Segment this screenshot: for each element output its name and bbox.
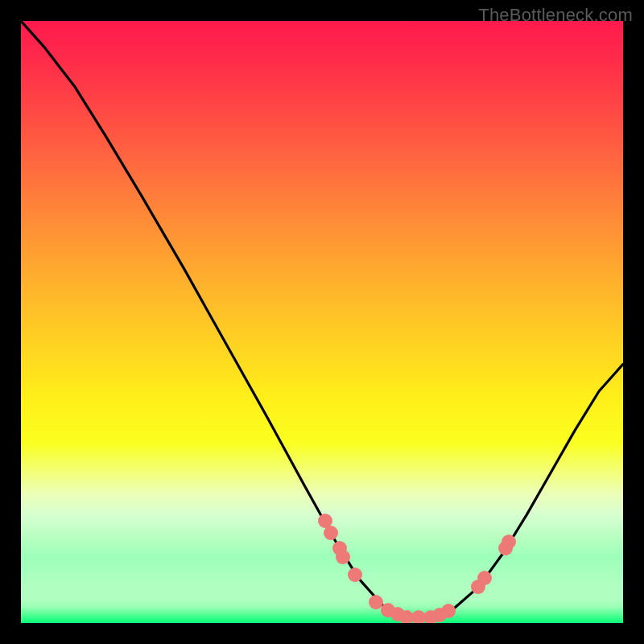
data-point <box>324 526 338 540</box>
plot-area <box>21 21 623 623</box>
data-point <box>441 604 456 618</box>
bottleneck-curve <box>21 21 623 623</box>
data-point <box>336 550 350 564</box>
data-point <box>348 568 362 582</box>
chart-canvas: TheBottleneck.com <box>0 0 644 644</box>
data-point <box>477 571 492 585</box>
data-point <box>502 535 516 549</box>
